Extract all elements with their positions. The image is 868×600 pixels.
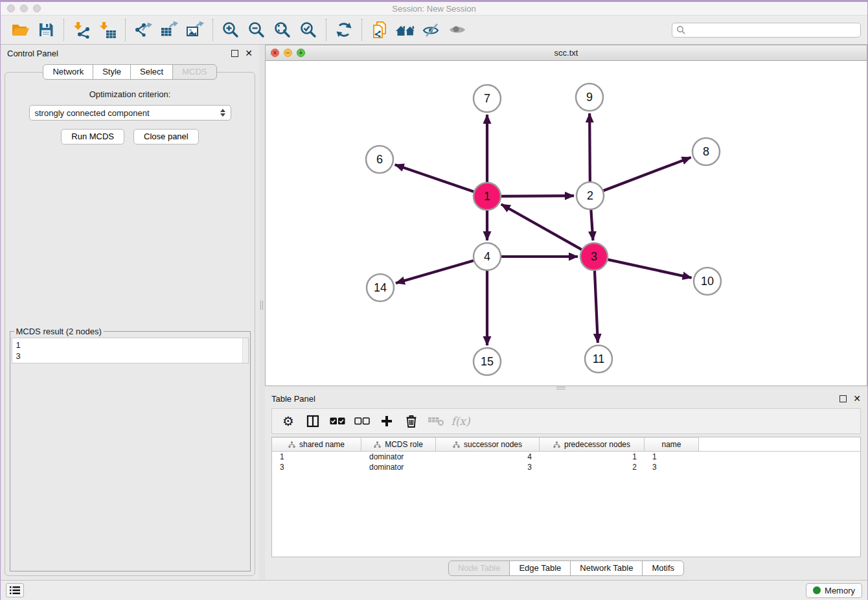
hide-selected-button[interactable] — [418, 19, 444, 41]
memory-button[interactable]: Memory — [806, 583, 862, 598]
table-cell[interactable]: 1 — [272, 452, 361, 461]
column-header-predecessor-nodes[interactable]: predecessor nodes — [540, 437, 645, 451]
run-mcds-button[interactable]: Run MCDS — [61, 129, 124, 144]
mcds-result-list[interactable]: 1 3 — [12, 338, 249, 363]
table-row[interactable]: 3dominator323 — [272, 462, 860, 472]
column-header-name[interactable]: name — [645, 437, 699, 451]
graph-edge-3-11[interactable] — [595, 271, 598, 343]
status-bar: Memory — [1, 580, 867, 600]
zoom-selected-icon — [299, 21, 317, 39]
table-cell[interactable]: 3 — [272, 463, 361, 472]
add-column-button[interactable] — [376, 411, 398, 431]
export-table-button[interactable] — [156, 19, 182, 41]
graph-node-1[interactable]: 1 — [474, 183, 501, 210]
export-network-button[interactable] — [130, 19, 156, 41]
column-header-successor-nodes[interactable]: successor nodes — [436, 437, 540, 451]
column-header-shared-name[interactable]: shared name — [272, 437, 361, 451]
table-cell[interactable]: 1 — [645, 452, 699, 461]
export-image-button[interactable] — [182, 19, 208, 41]
deselect-all-rows-button[interactable] — [351, 411, 373, 431]
main-toolbar — [1, 15, 867, 45]
table-settings-button[interactable]: ⚙ — [277, 411, 299, 431]
open-file-button[interactable] — [7, 19, 33, 41]
refresh-view-button[interactable] — [331, 19, 357, 41]
graph-edge-2-8[interactable] — [604, 157, 691, 190]
tab-network-table[interactable]: Network Table — [570, 560, 643, 576]
zoom-out-button[interactable] — [244, 19, 269, 41]
graph-edge-2-3[interactable] — [591, 210, 593, 240]
table-cell[interactable]: 3 — [436, 463, 540, 472]
zoom-in-button[interactable] — [218, 19, 244, 41]
select-all-rows-button[interactable] — [326, 411, 348, 431]
column-manager-button[interactable] — [302, 411, 324, 431]
panel-splitter-vertical[interactable] — [259, 45, 265, 580]
network-window-titlebar[interactable]: × − + scc.txt — [266, 45, 867, 61]
copy-network-icon — [370, 20, 389, 40]
tab-node-table[interactable]: Node Table — [448, 560, 510, 576]
delete-table-button[interactable] — [425, 411, 447, 431]
close-panel-button[interactable]: Close panel — [133, 129, 199, 144]
search-input[interactable] — [688, 25, 856, 34]
tab-select[interactable]: Select — [130, 64, 173, 80]
graph-edge-2-9[interactable] — [589, 113, 590, 181]
table-cell[interactable]: dominator — [361, 463, 436, 472]
graph-node-4[interactable]: 4 — [474, 243, 501, 270]
table-cell[interactable]: 2 — [540, 463, 645, 472]
column-header-MCDS-role[interactable]: MCDS role — [361, 437, 436, 451]
graph-node-9[interactable]: 9 — [576, 84, 603, 111]
table-cell[interactable]: 3 — [645, 463, 699, 472]
tab-network[interactable]: Network — [43, 64, 93, 80]
graph-edge-3-10[interactable] — [608, 260, 691, 278]
task-history-button[interactable] — [6, 583, 24, 597]
table-row[interactable]: 1dominator411 — [272, 452, 860, 462]
column-type-icon — [553, 441, 560, 448]
zoom-fit-button[interactable] — [269, 19, 295, 41]
zoom-selected-button[interactable] — [295, 19, 321, 41]
graph-node-label: 11 — [593, 352, 605, 365]
save-session-button[interactable] — [33, 19, 59, 41]
first-neighbors-button[interactable] — [393, 19, 418, 41]
graph-node-8[interactable]: 8 — [692, 138, 720, 165]
panel-splitter-horizontal[interactable] — [265, 386, 867, 390]
graph-edge-1-2[interactable] — [501, 196, 574, 196]
graph-node-15[interactable]: 15 — [474, 348, 501, 375]
network-window-title: scc.txt — [266, 48, 867, 58]
network-graph[interactable]: 7968124314101511 — [266, 61, 867, 385]
import-table-icon — [98, 21, 117, 39]
delete-columns-button[interactable] — [400, 411, 422, 431]
graph-node-6[interactable]: 6 — [366, 146, 393, 173]
show-all-button[interactable] — [444, 19, 470, 41]
float-table-panel-icon[interactable] — [839, 395, 847, 402]
network-canvas[interactable]: 7968124314101511 — [266, 61, 867, 386]
close-panel-icon[interactable]: ✕ — [245, 50, 253, 57]
graph-node-11[interactable]: 11 — [585, 345, 612, 373]
result-scrollbar[interactable] — [242, 338, 248, 363]
graph-node-label: 3 — [591, 250, 597, 263]
table-cell[interactable]: 1 — [540, 452, 645, 461]
refresh-icon — [335, 21, 353, 39]
column-type-icon — [288, 441, 295, 448]
tab-edge-table[interactable]: Edge Table — [509, 560, 571, 576]
graph-node-14[interactable]: 14 — [367, 274, 394, 301]
table-cell[interactable]: dominator — [361, 452, 436, 461]
float-panel-icon[interactable] — [231, 50, 238, 57]
search-box[interactable] — [672, 23, 861, 38]
function-builder-button[interactable]: f(x) — [450, 411, 472, 431]
graph-edge-1-6[interactable] — [395, 165, 474, 192]
graph-node-10[interactable]: 10 — [694, 268, 721, 295]
graph-node-2[interactable]: 2 — [577, 182, 604, 209]
control-panel: Control Panel ✕ NetworkStyleSelectMCDS O… — [1, 45, 259, 580]
import-network-button[interactable] — [69, 19, 95, 41]
tab-mcds[interactable]: MCDS — [172, 64, 216, 80]
tab-motifs[interactable]: Motifs — [642, 560, 684, 576]
import-table-button[interactable] — [95, 19, 120, 41]
copy-network-button[interactable] — [367, 19, 393, 41]
graph-edge-3-1[interactable] — [501, 204, 582, 249]
close-table-panel-icon[interactable]: ✕ — [853, 395, 861, 402]
graph-edge-4-14[interactable] — [396, 260, 474, 283]
tab-style[interactable]: Style — [93, 64, 131, 80]
optimization-criterion-select[interactable]: strongly connected component — [29, 105, 231, 121]
graph-node-7[interactable]: 7 — [474, 85, 501, 112]
table-cell[interactable]: 4 — [436, 452, 540, 461]
graph-node-3[interactable]: 3 — [580, 243, 608, 270]
